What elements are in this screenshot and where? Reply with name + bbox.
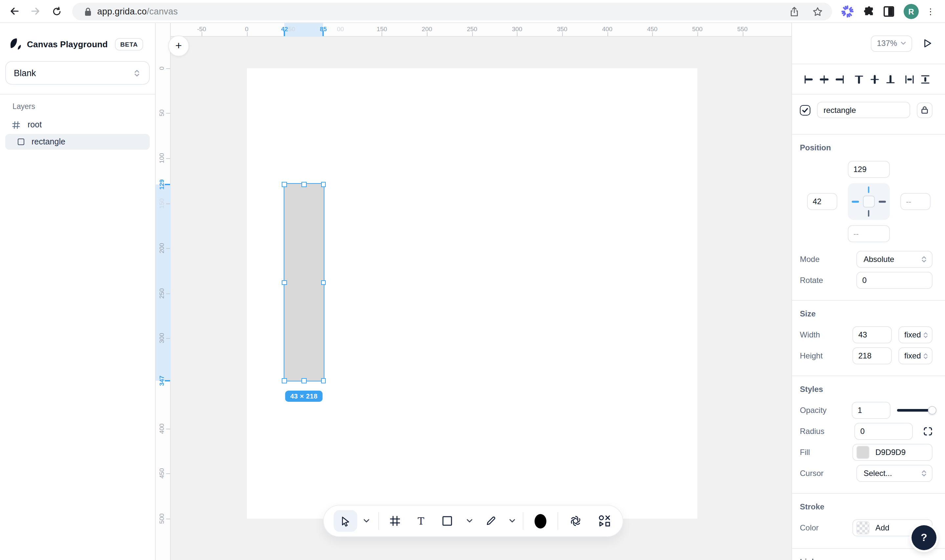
- position-top-input[interactable]: 129: [848, 161, 890, 178]
- lock-node-button[interactable]: [917, 102, 933, 118]
- browser-reload-button[interactable]: [47, 2, 66, 20]
- radius-input[interactable]: 0: [854, 423, 913, 440]
- corner-radius-button[interactable]: [923, 427, 933, 436]
- shape-tool-menu[interactable]: [465, 518, 474, 523]
- extensions-puzzle-icon[interactable]: [861, 3, 877, 19]
- selection-handle[interactable]: [282, 182, 287, 187]
- height-input[interactable]: 218: [853, 347, 892, 365]
- mode-select[interactable]: Absolute: [856, 251, 933, 268]
- reload-icon: [52, 6, 62, 16]
- cursor-select[interactable]: Select...: [856, 465, 933, 482]
- ellipse-swatch-button[interactable]: [534, 514, 546, 528]
- align-right-button[interactable]: [835, 74, 845, 85]
- rotate-input[interactable]: 0: [856, 272, 933, 289]
- help-button[interactable]: ?: [911, 525, 936, 550]
- pencil-tool-button[interactable]: [485, 515, 497, 526]
- address-bar[interactable]: app.grida.co/canvas: [72, 3, 832, 20]
- selection-handle[interactable]: [321, 378, 326, 383]
- align-top-button[interactable]: [854, 74, 864, 85]
- node-active-checkbox[interactable]: [800, 105, 810, 115]
- playground-shapes-button[interactable]: [598, 515, 611, 527]
- selection-handle[interactable]: [282, 280, 287, 285]
- browser-menu-kebab[interactable]: ⋮: [926, 3, 935, 19]
- height-mode-value: fixed: [904, 351, 921, 360]
- chevrons-up-down-icon: [922, 331, 929, 339]
- layer-name: rectangle: [32, 137, 65, 146]
- fill-color-control[interactable]: D9D9D9: [853, 444, 933, 461]
- ruler-tick: 0: [158, 66, 165, 70]
- ruler-tick: 50: [288, 25, 295, 32]
- align-left-button[interactable]: [803, 74, 814, 85]
- lock-icon: [84, 7, 92, 16]
- position-right-input[interactable]: --: [900, 193, 930, 210]
- ruler-tick: 500: [158, 513, 165, 524]
- align-bottom-button[interactable]: [885, 74, 896, 85]
- height-label: Height: [800, 351, 822, 360]
- align-center-vertical-button[interactable]: [870, 74, 880, 85]
- selection-handle[interactable]: [302, 182, 306, 187]
- url-text: app.grida.co/canvas: [97, 6, 178, 16]
- cursor-tool-menu[interactable]: [362, 518, 371, 523]
- app-title: Canvas Playground: [27, 39, 108, 49]
- cursor-tool-button[interactable]: [334, 510, 357, 532]
- selection-size-badge: 43 × 218: [285, 391, 323, 402]
- back-arrow-icon: [9, 6, 20, 16]
- ruler-tick: [382, 32, 383, 36]
- stroke-heading: Stroke: [792, 494, 945, 511]
- browser-profile-avatar[interactable]: R: [903, 4, 919, 19]
- frame-tool-button[interactable]: [389, 515, 400, 526]
- zoom-select[interactable]: 137%: [871, 35, 912, 52]
- plus-icon: +: [175, 39, 182, 52]
- play-button[interactable]: [923, 38, 933, 49]
- browser-back-button[interactable]: [5, 2, 24, 20]
- width-mode-value: fixed: [904, 330, 921, 339]
- pencil-tool-menu[interactable]: [508, 518, 517, 523]
- side-panel-icon[interactable]: [880, 3, 896, 19]
- width-label: Width: [800, 330, 820, 339]
- position-anchor-widget[interactable]: [848, 183, 890, 220]
- layer-item-root[interactable]: root: [5, 117, 150, 132]
- align-center-horizontal-button[interactable]: [819, 74, 830, 85]
- opacity-slider[interactable]: [897, 409, 933, 412]
- position-bottom-input[interactable]: --: [848, 225, 890, 242]
- lock-icon: [921, 106, 928, 114]
- share-icon[interactable]: [790, 6, 799, 17]
- ruler-tick: [742, 32, 743, 36]
- text-tool-button[interactable]: T: [418, 515, 424, 527]
- ruler-tick: [166, 158, 170, 159]
- opacity-input[interactable]: 1: [852, 402, 891, 419]
- check-icon: [802, 107, 808, 113]
- width-mode-select[interactable]: fixed: [898, 326, 933, 343]
- add-canvas-button[interactable]: +: [168, 35, 189, 57]
- browser-forward-button[interactable]: [26, 2, 45, 20]
- selection-handle[interactable]: [302, 378, 306, 383]
- ruler-tick: 400: [602, 25, 613, 32]
- template-select[interactable]: Blank: [5, 61, 150, 85]
- url-host: app.grida.co: [97, 6, 147, 16]
- openai-assistant-button[interactable]: [569, 515, 582, 527]
- rectangle-tool-button[interactable]: [442, 515, 452, 526]
- cursor-icon: [340, 515, 351, 527]
- position-left-input[interactable]: 42: [807, 193, 837, 210]
- node-name-input[interactable]: rectangle: [817, 102, 910, 118]
- height-mode-select[interactable]: fixed: [898, 347, 933, 365]
- extension-spinner-icon[interactable]: [839, 3, 855, 19]
- layer-item-rectangle[interactable]: rectangle: [5, 134, 150, 150]
- ruler-tick: 450: [158, 468, 165, 479]
- corner-radius-icon: [923, 427, 933, 436]
- selection-handle[interactable]: [321, 280, 326, 285]
- selection-handle[interactable]: [321, 182, 326, 187]
- selection-handle[interactable]: [282, 378, 287, 383]
- distribute-vertical-button[interactable]: [920, 74, 931, 85]
- opacity-slider-thumb[interactable]: [928, 406, 936, 415]
- distribute-horizontal-button[interactable]: [904, 74, 915, 85]
- position-heading: Position: [792, 135, 945, 152]
- ruler-tick: [166, 68, 170, 69]
- toolbar-divider: [378, 512, 379, 530]
- shapes-grid-icon: [598, 515, 611, 527]
- bookmark-star-icon[interactable]: [813, 6, 823, 17]
- canvas-viewport[interactable]: -50042508500150200250300350400450500550 …: [155, 23, 791, 560]
- anchor-left-tick: [851, 200, 859, 202]
- width-input[interactable]: 43: [853, 326, 892, 343]
- selected-rectangle-node[interactable]: [283, 183, 324, 382]
